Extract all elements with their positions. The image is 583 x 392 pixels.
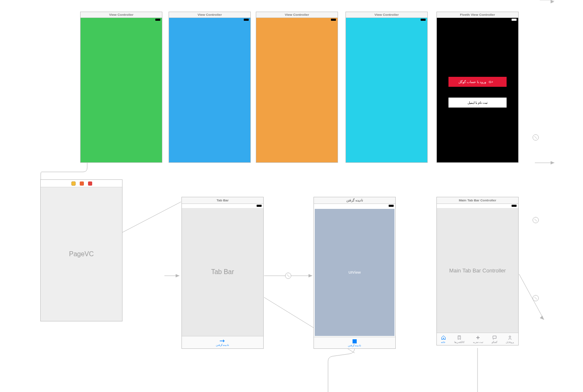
plus-icon bbox=[475, 335, 480, 340]
scene-view-controller-3[interactable]: View Controller bbox=[256, 12, 338, 163]
scene-title: Fiveth View Controller bbox=[437, 12, 518, 18]
ignore-footer-label: نادیده گرفتن bbox=[348, 344, 362, 347]
email-signup-label: ثبت نام با ایمیل bbox=[468, 101, 488, 105]
tab-label: گفتگو bbox=[492, 341, 497, 343]
maintab-body: Main Tab Bar Controller bbox=[437, 208, 518, 333]
uiview-label: UIView bbox=[348, 270, 360, 274]
scene-title: View Controller bbox=[346, 12, 427, 18]
tab-label: کالکشن‌ها bbox=[454, 341, 465, 343]
svg-marker-0 bbox=[551, 0, 554, 3]
battery-icon bbox=[155, 19, 160, 21]
svg-line-4 bbox=[534, 136, 537, 139]
scene-title: View Controller bbox=[256, 12, 338, 18]
scene-title: View Controller bbox=[169, 12, 250, 18]
tabbar-footer: نادیده گرفتن bbox=[182, 336, 263, 348]
battery-icon bbox=[421, 19, 426, 21]
scene-fiveth-view-controller[interactable]: Fiveth View Controller ورود با حساب گوگل… bbox=[436, 12, 519, 163]
svg-marker-8 bbox=[309, 274, 312, 277]
scene-view-controller-2[interactable]: View Controller bbox=[169, 12, 251, 163]
scene-object-icons bbox=[41, 180, 122, 187]
tab-item-square-icon[interactable] bbox=[353, 339, 357, 343]
scene-title: Tab Bar bbox=[182, 197, 263, 204]
scene-tab-bar[interactable]: Tab Bar Tab Bar نادیده گرفتن bbox=[181, 197, 264, 349]
tab-label: پروفایل bbox=[506, 341, 514, 343]
home-icon bbox=[441, 335, 446, 340]
first-responder-icon[interactable] bbox=[71, 181, 76, 186]
svg-marker-1 bbox=[551, 161, 554, 164]
scene-body bbox=[346, 22, 427, 162]
battery-icon bbox=[512, 19, 517, 21]
google-login-label: ورود با حساب گوگل bbox=[458, 80, 486, 84]
storyboard-canvas[interactable]: View Controller View Controller View Con… bbox=[0, 0, 583, 392]
scene-title: Main Tab Bar Controller bbox=[437, 197, 518, 204]
scene-main-tab-bar-controller[interactable]: Main Tab Bar Controller Main Tab Bar Con… bbox=[436, 197, 519, 345]
skip-arrow-icon[interactable] bbox=[219, 339, 226, 343]
profile-icon bbox=[507, 335, 512, 340]
svg-point-3 bbox=[533, 135, 539, 140]
scene-body bbox=[256, 22, 338, 162]
svg-line-10 bbox=[287, 274, 289, 277]
scene-view-controller-1[interactable]: View Controller bbox=[80, 12, 162, 163]
ignore-footer: نادیده گرفتن bbox=[314, 337, 395, 348]
uiview-body[interactable]: UIView bbox=[315, 209, 394, 336]
tab-home[interactable]: خانه bbox=[441, 335, 446, 343]
storyboard-reference-icon[interactable] bbox=[88, 181, 92, 186]
battery-icon bbox=[512, 205, 517, 207]
battery-icon bbox=[331, 19, 336, 21]
scene-title: View Controller bbox=[81, 12, 162, 18]
battery-icon bbox=[257, 205, 262, 207]
chat-icon bbox=[492, 335, 497, 340]
svg-point-15 bbox=[509, 336, 511, 338]
pagevc-label: PageVC bbox=[69, 250, 94, 258]
svg-line-14 bbox=[534, 297, 537, 299]
battery-icon bbox=[244, 19, 249, 21]
battery-icon bbox=[389, 205, 394, 207]
svg-marker-2 bbox=[540, 316, 544, 320]
email-signup-button[interactable]: ثبت نام با ایمیل bbox=[448, 98, 507, 108]
svg-line-12 bbox=[534, 219, 537, 221]
svg-marker-6 bbox=[176, 274, 179, 277]
scene-title: نادیده گرفتن bbox=[314, 197, 395, 204]
google-plus-icon: G+ bbox=[489, 80, 493, 84]
collections-icon bbox=[457, 335, 462, 340]
scene-view-controller-4[interactable]: View Controller bbox=[345, 12, 428, 163]
google-login-button[interactable]: ورود با حساب گوگل G+ bbox=[448, 77, 507, 87]
tabbar-body: Tab Bar bbox=[182, 208, 263, 336]
svg-point-9 bbox=[285, 273, 291, 279]
tab-collections[interactable]: کالکشن‌ها bbox=[454, 335, 465, 343]
pagevc-body: PageVC bbox=[41, 187, 122, 321]
maintab-body-label: Main Tab Bar Controller bbox=[449, 267, 506, 274]
maintab-tabbar: خانه کالکشن‌ها ثبت تجربه گفتگو bbox=[437, 333, 518, 345]
tab-label: ثبت تجربه bbox=[473, 341, 484, 343]
scene-body bbox=[81, 22, 162, 162]
svg-point-13 bbox=[533, 295, 539, 301]
scene-pagevc[interactable]: PageVC bbox=[40, 179, 122, 321]
tabbar-footer-label: نادیده گرفتن bbox=[216, 343, 230, 346]
svg-point-11 bbox=[533, 217, 539, 223]
tabbar-body-label: Tab Bar bbox=[211, 268, 234, 276]
tab-profile[interactable]: پروفایل bbox=[506, 335, 514, 343]
tab-chat[interactable]: گفتگو bbox=[492, 335, 497, 343]
scene-body bbox=[169, 22, 250, 162]
login-body: ورود با حساب گوگل G+ ثبت نام با ایمیل bbox=[437, 22, 518, 162]
tab-label: خانه bbox=[441, 341, 446, 343]
exit-icon[interactable] bbox=[80, 181, 84, 186]
scene-ignore-others[interactable]: نادیده گرفتن UIView نادیده گرفتن bbox=[314, 197, 396, 349]
tab-add-experience[interactable]: ثبت تجربه bbox=[473, 335, 484, 343]
